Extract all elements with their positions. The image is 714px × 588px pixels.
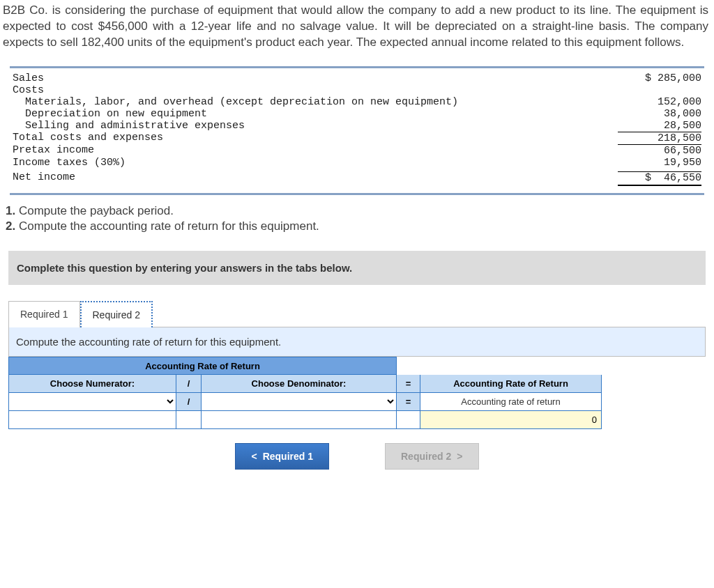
numerator-select[interactable] [9,393,176,411]
tab-required-2[interactable]: Required 2 [80,301,153,327]
mlo-value: 152,000 [618,96,701,108]
next-button[interactable]: Required 2 > [385,443,479,470]
next-label: Required 2 [401,451,451,462]
question-list: 1. Compute the payback period. 2. Comput… [0,201,714,237]
tab-prompt: Compute the accounting rate of return fo… [8,327,706,357]
pretax-value: 66,500 [618,144,701,157]
mlo-label: Materials, labor, and overhead (except d… [13,96,618,108]
slash-header: / [176,375,202,393]
slash-blank [176,411,202,429]
result-header: Accounting Rate of Return [420,375,602,393]
chevron-right-icon: > [457,451,462,462]
tax-label: Income taxes (30%) [13,157,618,169]
table-title: Accounting Rate of Return [9,357,397,375]
sales-value: $ 285,000 [618,72,701,84]
prev-button[interactable]: < Required 1 [235,443,329,470]
dep-label: Depreciation on new equipment [13,108,618,120]
chevron-left-icon: < [251,451,257,462]
numerator-header: Choose Numerator: [9,375,176,393]
equals-blank [397,411,420,429]
net-value: $ 46,550 [618,171,701,186]
result-value-cell[interactable] [420,411,602,429]
answer-table: Accounting Rate of Return Choose Numerat… [8,357,602,429]
dep-value: 38,000 [618,108,701,120]
tab-strip: Required 1 Required 2 [8,300,714,327]
problem-statement: B2B Co. is considering the purchase of e… [0,0,714,54]
numerator-input[interactable] [9,411,176,429]
net-label: Net income [13,171,618,186]
income-statement: Sales $ 285,000 Costs Materials, labor, … [10,66,704,195]
total-value: 218,500 [618,132,701,144]
nav-buttons: < Required 1 Required 2 > [0,443,714,470]
total-label: Total costs and expenses [13,132,618,144]
sa-label: Selling and administrative expenses [13,120,618,132]
equals-cell: = [397,393,420,411]
denominator-input[interactable] [202,411,397,429]
sa-value: 28,500 [618,120,701,132]
equals-header: = [397,375,420,393]
tab-required-1[interactable]: Required 1 [8,301,80,327]
slash-cell: / [176,393,202,411]
tax-value: 19,950 [618,157,701,169]
denominator-select[interactable] [202,393,397,411]
result-label-cell: Accounting rate of return [420,393,602,411]
costs-label: Costs [13,84,618,96]
pretax-label: Pretax income [13,144,618,157]
denominator-header: Choose Denominator: [202,375,397,393]
sales-label: Sales [13,72,618,84]
prev-label: Required 1 [263,451,313,462]
instruction-bar: Complete this question by entering your … [8,251,706,285]
